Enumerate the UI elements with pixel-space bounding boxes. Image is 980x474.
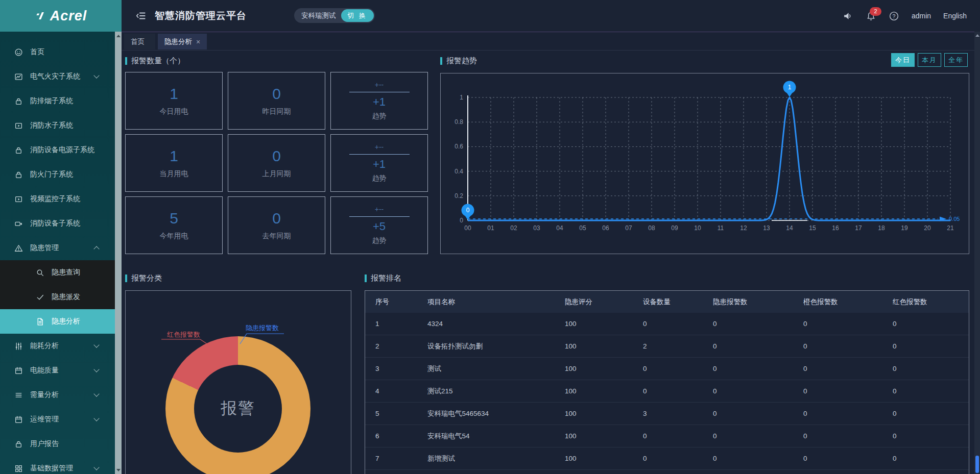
table-header-cell: 橙色报警数 xyxy=(803,297,893,307)
sidebar-item[interactable]: 需量分析 xyxy=(0,383,107,407)
svg-text:05: 05 xyxy=(579,224,586,232)
alarm-stat-card: 0 昨日同期 xyxy=(228,72,325,130)
table-cell: 0 xyxy=(643,320,713,328)
table-row[interactable]: 3测试1000000 xyxy=(365,358,969,380)
sidebar-item[interactable]: 防火门子系统 xyxy=(0,162,107,187)
sidebar-item-icon xyxy=(36,293,44,302)
alarm-ranking-table: 序号项目名称隐患评分设备数量隐患报警数橙色报警数红色报警数 1432410000… xyxy=(365,290,969,474)
svg-text:19: 19 xyxy=(901,224,908,232)
sidebar-item-label: 电能质量 xyxy=(30,366,87,375)
table-cell: 设备拓扑测试勿删 xyxy=(427,342,565,351)
table-cell: 100 xyxy=(565,387,643,395)
sound-icon[interactable] xyxy=(843,11,853,21)
alarm-count-grid: 1 今日用电 0 昨日同期 +-- +1 趋势 1 当月用电 0 xyxy=(125,72,431,254)
table-row[interactable]: 143241000000 xyxy=(365,313,969,335)
sidebar-item-label: 用户报告 xyxy=(30,439,99,448)
sidebar-item-icon xyxy=(14,391,23,400)
tab-label: 首页 xyxy=(131,37,145,46)
sidebar-item[interactable]: 隐患查询 xyxy=(0,260,115,285)
user-menu[interactable]: admin xyxy=(912,12,931,20)
card-label: 趋势 xyxy=(372,112,387,121)
range-button[interactable]: 本月 xyxy=(918,53,941,67)
range-button[interactable]: 今日 xyxy=(891,53,915,67)
svg-text:0.05: 0.05 xyxy=(949,216,960,222)
sidebar-item-icon xyxy=(14,195,23,204)
table-cell: 2 xyxy=(643,342,713,350)
table-row[interactable]: 2设备拓扑测试勿删1002000 xyxy=(365,335,969,358)
table-cell: 100 xyxy=(565,410,643,417)
sidebar-item[interactable]: 能耗分析 xyxy=(0,334,107,358)
scroll-up-icon[interactable] xyxy=(115,32,122,39)
card-trend-top: +-- xyxy=(375,205,384,213)
card-value: 5 xyxy=(170,210,178,227)
main-content: 首页 隐患分析 × 报警数量（个） 1 今日用电 0 昨日同期 +-- xyxy=(122,32,974,474)
table-row[interactable]: 7新增测试1000000 xyxy=(365,447,969,470)
table-header-cell: 序号 xyxy=(375,297,427,307)
card-divider xyxy=(349,92,410,92)
page-scrollbar[interactable] xyxy=(974,32,980,474)
svg-text:0.8: 0.8 xyxy=(455,118,463,126)
sidebar-item[interactable]: 视频监控子系统 xyxy=(0,187,107,211)
svg-text:13: 13 xyxy=(763,224,770,232)
svg-text:06: 06 xyxy=(602,224,609,232)
sidebar-item[interactable]: 用户报告 xyxy=(0,432,107,456)
sidebar-item[interactable]: 电能质量 xyxy=(0,358,107,383)
table-row[interactable]: 5安科瑞电气54656341003000 xyxy=(365,403,969,425)
language-switch[interactable]: English xyxy=(943,12,967,20)
svg-text:04: 04 xyxy=(556,224,563,232)
table-cell: 6 xyxy=(375,432,427,440)
tab-close-icon[interactable]: × xyxy=(196,38,200,46)
sidebar-item-label: 消防水子系统 xyxy=(30,121,99,130)
sidebar-item-icon xyxy=(14,464,23,473)
section-title-alarm-count: 报警数量（个） xyxy=(125,56,185,66)
sidebar-item[interactable]: 电气火灾子系统 xyxy=(0,64,107,89)
table-row[interactable]: 4测试2151000000 xyxy=(365,380,969,403)
card-value: +1 xyxy=(373,158,386,171)
svg-text:01: 01 xyxy=(487,224,494,232)
sidebar-item[interactable]: 隐患派发 xyxy=(0,285,115,309)
alarm-stat-card: 1 今日用电 xyxy=(125,72,223,130)
sidebar-item-icon xyxy=(36,268,44,277)
scrollbar-thumb[interactable] xyxy=(975,456,979,473)
tab[interactable]: 隐患分析 × xyxy=(158,34,207,49)
sidebar-collapse-icon[interactable] xyxy=(135,10,147,21)
switch-project-button[interactable]: 切 换 xyxy=(341,9,374,22)
project-name: 安科瑞测试 xyxy=(301,11,336,20)
pie-label-red-alarms: 红色报警数 xyxy=(158,330,200,339)
table-row[interactable]: 6安科瑞电气541000000 xyxy=(365,425,969,447)
sidebar-item[interactable]: 防排烟子系统 xyxy=(0,89,107,113)
sidebar-item-label: 消防设备电源子系统 xyxy=(30,145,99,155)
scroll-down-icon[interactable] xyxy=(115,466,122,473)
card-value: 0 xyxy=(272,85,281,103)
sidebar-item[interactable]: 消防设备子系统 xyxy=(0,211,107,236)
help-icon[interactable]: ? xyxy=(889,11,899,21)
sidebar-item[interactable]: 消防水子系统 xyxy=(0,113,107,138)
svg-text:21: 21 xyxy=(947,224,954,232)
alarm-stat-card: +-- +5 趋势 xyxy=(330,196,428,254)
table-cell: 3 xyxy=(643,410,713,417)
donut-hole: 报警 xyxy=(194,365,282,453)
sidebar-item-icon xyxy=(14,415,23,424)
sidebar-item[interactable]: 基础数据管理 xyxy=(0,456,107,474)
scroll-up-icon[interactable] xyxy=(974,32,980,39)
range-button[interactable]: 全年 xyxy=(944,53,968,67)
tab[interactable]: 首页 xyxy=(124,34,155,49)
svg-text:0.6: 0.6 xyxy=(455,143,463,150)
table-cell: 0 xyxy=(713,342,803,350)
table-header-row: 序号项目名称隐患评分设备数量隐患报警数橙色报警数红色报警数 xyxy=(365,291,969,313)
sidebar-item-icon xyxy=(14,48,23,57)
section-title-alarm-ranking: 报警排名 xyxy=(365,273,401,283)
card-value: 1 xyxy=(170,147,178,165)
table-cell: 0 xyxy=(893,387,969,395)
sidebar-item[interactable]: 首页 xyxy=(0,40,107,64)
sidebar-item[interactable]: 消防设备电源子系统 xyxy=(0,138,107,162)
sidebar-item[interactable]: 隐患分析 xyxy=(0,309,115,334)
project-selector[interactable]: 安科瑞测试 切 换 xyxy=(294,8,375,23)
sidebar-scrollbar[interactable] xyxy=(115,32,122,474)
sidebar-item[interactable]: 运维管理 xyxy=(0,407,107,432)
alarm-stat-card: +-- +1 趋势 xyxy=(330,72,428,130)
sidebar-item[interactable]: 隐患管理 xyxy=(0,236,107,260)
notifications-bell-icon[interactable]: 2 xyxy=(866,11,876,21)
table-cell: 2 xyxy=(375,342,427,350)
tab-bar xyxy=(122,32,974,51)
